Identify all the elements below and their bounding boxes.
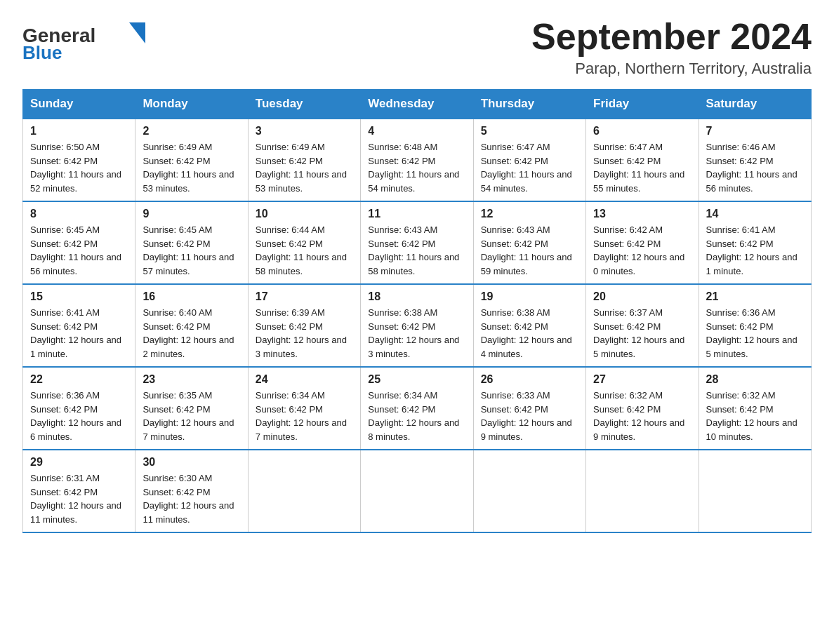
calendar-cell bbox=[361, 450, 473, 532]
calendar-cell: 2 Sunrise: 6:49 AM Sunset: 6:42 PM Dayli… bbox=[135, 119, 248, 201]
calendar-cell: 22 Sunrise: 6:36 AM Sunset: 6:42 PM Dayl… bbox=[23, 367, 135, 450]
calendar-cell: 11 Sunrise: 6:43 AM Sunset: 6:42 PM Dayl… bbox=[361, 201, 473, 284]
day-number: 20 bbox=[593, 290, 691, 303]
day-info: Sunrise: 6:44 AM Sunset: 6:42 PM Dayligh… bbox=[256, 223, 353, 278]
calendar-cell: 15 Sunrise: 6:41 AM Sunset: 6:42 PM Dayl… bbox=[23, 284, 135, 367]
day-info: Sunrise: 6:36 AM Sunset: 6:42 PM Dayligh… bbox=[30, 389, 128, 443]
calendar-week-4: 22 Sunrise: 6:36 AM Sunset: 6:42 PM Dayl… bbox=[23, 367, 812, 450]
day-info: Sunrise: 6:38 AM Sunset: 6:42 PM Dayligh… bbox=[481, 306, 578, 361]
day-number: 9 bbox=[143, 208, 240, 220]
day-info: Sunrise: 6:41 AM Sunset: 6:42 PM Dayligh… bbox=[706, 223, 804, 278]
calendar-week-1: 1 Sunrise: 6:50 AM Sunset: 6:42 PM Dayli… bbox=[23, 119, 812, 201]
calendar-cell: 18 Sunrise: 6:38 AM Sunset: 6:42 PM Dayl… bbox=[361, 284, 473, 367]
day-number: 6 bbox=[593, 125, 691, 137]
day-info: Sunrise: 6:33 AM Sunset: 6:42 PM Dayligh… bbox=[481, 389, 578, 443]
day-number: 17 bbox=[256, 290, 353, 303]
calendar-cell: 7 Sunrise: 6:46 AM Sunset: 6:42 PM Dayli… bbox=[699, 119, 811, 201]
calendar-cell: 29 Sunrise: 6:31 AM Sunset: 6:42 PM Dayl… bbox=[23, 450, 135, 532]
day-number: 5 bbox=[481, 125, 578, 137]
day-number: 11 bbox=[368, 208, 465, 220]
day-number: 1 bbox=[30, 125, 128, 137]
day-info: Sunrise: 6:49 AM Sunset: 6:42 PM Dayligh… bbox=[143, 140, 240, 195]
calendar-cell: 25 Sunrise: 6:34 AM Sunset: 6:42 PM Dayl… bbox=[361, 367, 473, 450]
header-friday: Friday bbox=[586, 90, 699, 119]
page-subtitle: Parap, Northern Territory, Australia bbox=[531, 60, 812, 78]
day-number: 28 bbox=[706, 373, 804, 386]
calendar-cell: 5 Sunrise: 6:47 AM Sunset: 6:42 PM Dayli… bbox=[473, 119, 585, 201]
day-info: Sunrise: 6:39 AM Sunset: 6:42 PM Dayligh… bbox=[256, 306, 353, 361]
calendar-cell: 24 Sunrise: 6:34 AM Sunset: 6:42 PM Dayl… bbox=[248, 367, 360, 450]
day-number: 26 bbox=[481, 373, 578, 386]
day-info: Sunrise: 6:49 AM Sunset: 6:42 PM Dayligh… bbox=[256, 140, 353, 195]
day-number: 3 bbox=[256, 125, 353, 137]
calendar-body: 1 Sunrise: 6:50 AM Sunset: 6:42 PM Dayli… bbox=[23, 119, 812, 532]
day-number: 4 bbox=[368, 125, 465, 137]
day-number: 30 bbox=[143, 456, 240, 469]
svg-marker-1 bbox=[129, 22, 145, 43]
day-info: Sunrise: 6:40 AM Sunset: 6:42 PM Dayligh… bbox=[143, 306, 240, 361]
day-number: 23 bbox=[143, 373, 240, 386]
day-info: Sunrise: 6:48 AM Sunset: 6:42 PM Dayligh… bbox=[368, 140, 465, 195]
day-info: Sunrise: 6:32 AM Sunset: 6:42 PM Dayligh… bbox=[593, 389, 691, 443]
day-number: 16 bbox=[143, 290, 240, 303]
page-header: General Blue September 2024 Parap, North… bbox=[22, 17, 812, 78]
calendar-cell: 16 Sunrise: 6:40 AM Sunset: 6:42 PM Dayl… bbox=[135, 284, 248, 367]
calendar-cell: 8 Sunrise: 6:45 AM Sunset: 6:42 PM Dayli… bbox=[23, 201, 135, 284]
day-info: Sunrise: 6:42 AM Sunset: 6:42 PM Dayligh… bbox=[593, 223, 691, 278]
day-number: 15 bbox=[30, 290, 128, 303]
day-number: 13 bbox=[593, 208, 691, 220]
calendar-cell: 27 Sunrise: 6:32 AM Sunset: 6:42 PM Dayl… bbox=[586, 367, 699, 450]
day-number: 25 bbox=[368, 373, 465, 386]
calendar-cell: 19 Sunrise: 6:38 AM Sunset: 6:42 PM Dayl… bbox=[473, 284, 585, 367]
day-number: 8 bbox=[30, 208, 128, 220]
svg-text:Blue: Blue bbox=[22, 42, 62, 63]
calendar-cell: 14 Sunrise: 6:41 AM Sunset: 6:42 PM Dayl… bbox=[699, 201, 811, 284]
day-number: 2 bbox=[143, 125, 240, 137]
day-info: Sunrise: 6:31 AM Sunset: 6:42 PM Dayligh… bbox=[30, 471, 128, 526]
calendar-cell: 30 Sunrise: 6:30 AM Sunset: 6:42 PM Dayl… bbox=[135, 450, 248, 532]
calendar-week-3: 15 Sunrise: 6:41 AM Sunset: 6:42 PM Dayl… bbox=[23, 284, 812, 367]
page-title: September 2024 bbox=[531, 17, 812, 57]
day-number: 12 bbox=[481, 208, 578, 220]
calendar-cell: 9 Sunrise: 6:45 AM Sunset: 6:42 PM Dayli… bbox=[135, 201, 248, 284]
day-info: Sunrise: 6:34 AM Sunset: 6:42 PM Dayligh… bbox=[368, 389, 465, 443]
day-info: Sunrise: 6:43 AM Sunset: 6:42 PM Dayligh… bbox=[368, 223, 465, 278]
calendar-cell: 6 Sunrise: 6:47 AM Sunset: 6:42 PM Dayli… bbox=[586, 119, 699, 201]
header-row: Sunday Monday Tuesday Wednesday Thursday… bbox=[23, 90, 812, 119]
day-number: 27 bbox=[593, 373, 691, 386]
day-number: 29 bbox=[30, 456, 128, 469]
calendar-cell: 23 Sunrise: 6:35 AM Sunset: 6:42 PM Dayl… bbox=[135, 367, 248, 450]
calendar-cell: 13 Sunrise: 6:42 AM Sunset: 6:42 PM Dayl… bbox=[586, 201, 699, 284]
calendar-week-2: 8 Sunrise: 6:45 AM Sunset: 6:42 PM Dayli… bbox=[23, 201, 812, 284]
calendar-cell bbox=[248, 450, 360, 532]
day-number: 19 bbox=[481, 290, 578, 303]
day-info: Sunrise: 6:45 AM Sunset: 6:42 PM Dayligh… bbox=[30, 223, 128, 278]
header-thursday: Thursday bbox=[473, 90, 585, 119]
day-info: Sunrise: 6:35 AM Sunset: 6:42 PM Dayligh… bbox=[143, 389, 240, 443]
day-info: Sunrise: 6:36 AM Sunset: 6:42 PM Dayligh… bbox=[706, 306, 804, 361]
day-info: Sunrise: 6:50 AM Sunset: 6:42 PM Dayligh… bbox=[30, 140, 128, 195]
calendar-cell: 1 Sunrise: 6:50 AM Sunset: 6:42 PM Dayli… bbox=[23, 119, 135, 201]
day-info: Sunrise: 6:37 AM Sunset: 6:42 PM Dayligh… bbox=[593, 306, 691, 361]
header-sunday: Sunday bbox=[23, 90, 135, 119]
calendar-cell: 4 Sunrise: 6:48 AM Sunset: 6:42 PM Dayli… bbox=[361, 119, 473, 201]
day-number: 18 bbox=[368, 290, 465, 303]
calendar-cell: 17 Sunrise: 6:39 AM Sunset: 6:42 PM Dayl… bbox=[248, 284, 360, 367]
day-number: 7 bbox=[706, 125, 804, 137]
calendar-cell: 21 Sunrise: 6:36 AM Sunset: 6:42 PM Dayl… bbox=[699, 284, 811, 367]
title-area: September 2024 Parap, Northern Territory… bbox=[531, 17, 812, 78]
day-number: 10 bbox=[256, 208, 353, 220]
calendar-cell: 28 Sunrise: 6:32 AM Sunset: 6:42 PM Dayl… bbox=[699, 367, 811, 450]
day-number: 24 bbox=[256, 373, 353, 386]
header-monday: Monday bbox=[135, 90, 248, 119]
header-saturday: Saturday bbox=[699, 90, 811, 119]
day-info: Sunrise: 6:47 AM Sunset: 6:42 PM Dayligh… bbox=[593, 140, 691, 195]
calendar-cell: 20 Sunrise: 6:37 AM Sunset: 6:42 PM Dayl… bbox=[586, 284, 699, 367]
day-info: Sunrise: 6:41 AM Sunset: 6:42 PM Dayligh… bbox=[30, 306, 128, 361]
day-info: Sunrise: 6:32 AM Sunset: 6:42 PM Dayligh… bbox=[706, 389, 804, 443]
calendar-cell: 26 Sunrise: 6:33 AM Sunset: 6:42 PM Dayl… bbox=[473, 367, 585, 450]
day-info: Sunrise: 6:38 AM Sunset: 6:42 PM Dayligh… bbox=[368, 306, 465, 361]
day-info: Sunrise: 6:30 AM Sunset: 6:42 PM Dayligh… bbox=[143, 471, 240, 526]
calendar-header: Sunday Monday Tuesday Wednesday Thursday… bbox=[23, 90, 812, 119]
day-info: Sunrise: 6:47 AM Sunset: 6:42 PM Dayligh… bbox=[481, 140, 578, 195]
